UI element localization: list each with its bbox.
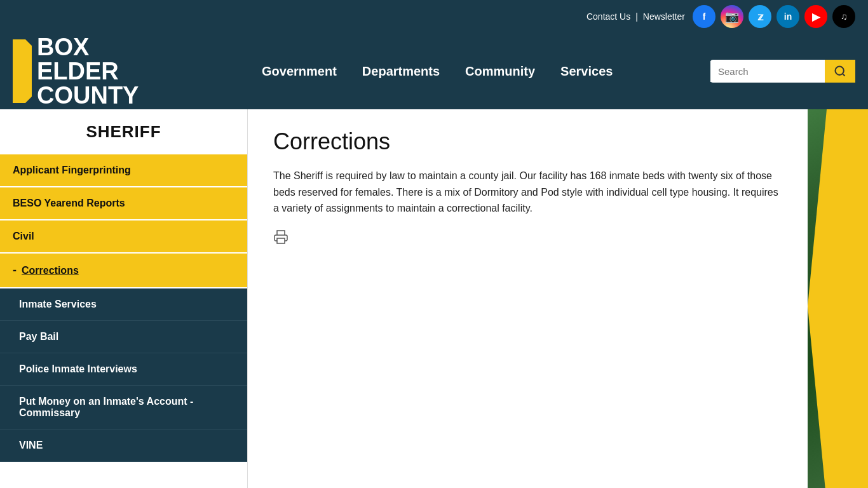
top-bar: Contact Us | Newsletter f 📷 𝕫 in ▶ ♫ — [0, 0, 868, 33]
minus-icon: - — [13, 264, 17, 277]
sidebar-item-put-money[interactable]: Put Money on an Inmate's Account - Commi… — [0, 386, 247, 430]
svg-rect-1 — [13, 39, 18, 103]
svg-point-2 — [836, 67, 844, 75]
twitter-icon[interactable]: 𝕫 — [749, 5, 771, 28]
sidebar-item-corrections[interactable]: - Corrections — [0, 254, 247, 288]
divider: | — [635, 11, 638, 22]
contact-us-link[interactable]: Contact Us — [587, 11, 630, 22]
sidebar-item-vine[interactable]: VINE — [0, 430, 247, 462]
nav-government[interactable]: Government — [262, 58, 337, 85]
linkedin-icon[interactable]: in — [776, 5, 799, 28]
header: BOX ELDER COUNTY Government Departments … — [0, 33, 868, 109]
yellow-accent — [808, 109, 868, 488]
logo-mark — [13, 39, 32, 103]
svg-marker-4 — [808, 109, 868, 488]
main-layout: SHERIFF Applicant Fingerprinting BESO Ye… — [0, 109, 868, 488]
logo-line2: ELDER — [37, 59, 139, 83]
sidebar-item-pay-bail[interactable]: Pay Bail — [0, 321, 247, 353]
facebook-icon[interactable]: f — [693, 5, 715, 28]
sidebar-item-police-inmate-interviews[interactable]: Police Inmate Interviews — [0, 353, 247, 386]
main-nav: Government Departments Community Service… — [164, 58, 710, 85]
svg-line-3 — [843, 74, 845, 76]
logo: BOX ELDER COUNTY — [13, 35, 139, 107]
logo-line1: BOX — [37, 35, 139, 59]
print-icon[interactable] — [273, 229, 782, 248]
social-icons: f 📷 𝕫 in ▶ ♫ — [693, 5, 855, 28]
content-area: Corrections The Sheriff is required by l… — [248, 109, 808, 488]
content-title: Corrections — [273, 128, 782, 155]
sidebar: SHERIFF Applicant Fingerprinting BESO Ye… — [0, 109, 248, 488]
logo-line3: COUNTY — [37, 83, 139, 107]
logo-text: BOX ELDER COUNTY — [37, 35, 139, 107]
nav-community[interactable]: Community — [465, 58, 535, 85]
sidebar-item-beso-yearend-reports[interactable]: BESO Yearend Reports — [0, 187, 247, 220]
search-input[interactable] — [710, 61, 825, 82]
nav-services[interactable]: Services — [560, 58, 613, 85]
search-button[interactable] — [825, 60, 855, 83]
top-bar-links: Contact Us | Newsletter — [587, 11, 685, 22]
youtube-icon[interactable]: ▶ — [804, 5, 827, 28]
sidebar-item-applicant-fingerprinting[interactable]: Applicant Fingerprinting — [0, 154, 247, 187]
newsletter-link[interactable]: Newsletter — [643, 11, 685, 22]
sidebar-item-inmate-services[interactable]: Inmate Services — [0, 288, 247, 321]
sidebar-item-civil[interactable]: Civil — [0, 220, 247, 254]
instagram-icon[interactable]: 📷 — [721, 5, 743, 28]
sidebar-title: SHERIFF — [0, 109, 247, 154]
svg-rect-5 — [277, 238, 285, 243]
nav-departments[interactable]: Departments — [362, 58, 440, 85]
search-bar — [710, 60, 855, 83]
content-body: The Sheriff is required by law to mainta… — [273, 168, 782, 217]
tiktok-icon[interactable]: ♫ — [832, 5, 855, 28]
